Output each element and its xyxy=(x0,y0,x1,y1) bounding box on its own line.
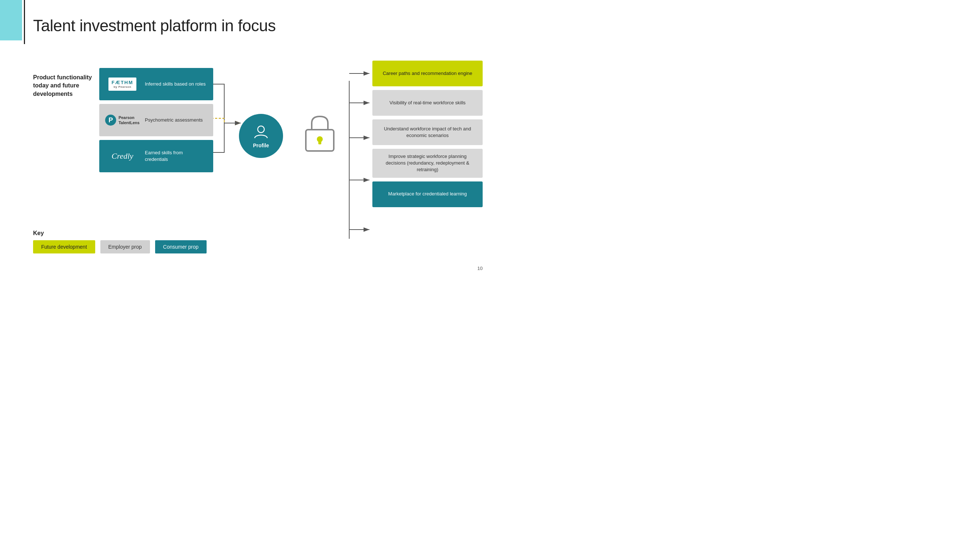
outcome-career-paths-text: Career paths and recommendation engine xyxy=(383,70,473,77)
pearson-logo: P PearsonTalentLens xyxy=(106,114,139,125)
credly-description: Earned skills from credentials xyxy=(145,149,207,163)
credly-box: Credly Earned skills from credentials xyxy=(99,140,213,172)
outcomes-container: Career paths and recommendation engine V… xyxy=(372,60,483,207)
pearson-description: Psychometric assessments xyxy=(145,117,203,124)
lock-icon-container xyxy=(301,112,338,154)
page-title: Talent investment platform in focus xyxy=(33,16,276,35)
outcome-visibility-text: Visibility of real-time workforce skills xyxy=(389,100,465,106)
outcome-marketplace: Marketplace for credentialed learning xyxy=(372,181,483,207)
credly-logo-text: Credly xyxy=(111,151,133,161)
credly-logo: Credly xyxy=(106,151,139,161)
outcome-marketplace-text: Marketplace for credentialed learning xyxy=(388,191,467,197)
faethm-description: Inferred skills based on roles xyxy=(145,81,205,87)
pearson-circle-icon: P xyxy=(105,114,116,125)
pearson-box: P PearsonTalentLens Psychometric assessm… xyxy=(99,104,213,136)
key-title: Key xyxy=(33,230,207,237)
key-items: Future development Employer prop Consume… xyxy=(33,240,207,254)
outcome-workforce-impact-text: Understand workforce impact of tech and … xyxy=(378,125,477,139)
profile-icon xyxy=(253,124,269,141)
page-number: 10 xyxy=(477,265,483,271)
cyan-accent-block xyxy=(0,0,22,40)
faethm-box: FÆTHM by Pearson Inferred skills based o… xyxy=(99,68,213,100)
key-consumer-prop: Consumer prop xyxy=(155,240,207,254)
outcome-workforce-impact: Understand workforce impact of tech and … xyxy=(372,119,483,145)
key-future-development: Future development xyxy=(33,240,95,254)
svg-point-2 xyxy=(258,126,264,133)
product-functionality-label: Product functionality today and future d… xyxy=(33,73,92,98)
vertical-divider xyxy=(24,0,25,44)
outcome-career-paths: Career paths and recommendation engine xyxy=(372,60,483,86)
key-section: Key Future development Employer prop Con… xyxy=(33,230,207,254)
faethm-logo-text: FÆTHM xyxy=(111,80,133,85)
faethm-logo: FÆTHM by Pearson xyxy=(106,78,139,91)
key-employer-prop: Employer prop xyxy=(100,240,150,254)
svg-rect-5 xyxy=(318,139,321,144)
outcome-strategic-text: Improve strategic workforce planning dec… xyxy=(378,153,477,173)
profile-circle: Profile xyxy=(239,114,283,158)
outcome-strategic: Improve strategic workforce planning dec… xyxy=(372,149,483,178)
profile-label: Profile xyxy=(253,143,269,148)
source-boxes: FÆTHM by Pearson Inferred skills based o… xyxy=(99,68,213,172)
lock-icon xyxy=(301,112,338,152)
outcome-visibility: Visibility of real-time workforce skills xyxy=(372,90,483,116)
faethm-sub-text: by Pearson xyxy=(114,85,131,89)
pearson-text: PearsonTalentLens xyxy=(118,115,139,125)
